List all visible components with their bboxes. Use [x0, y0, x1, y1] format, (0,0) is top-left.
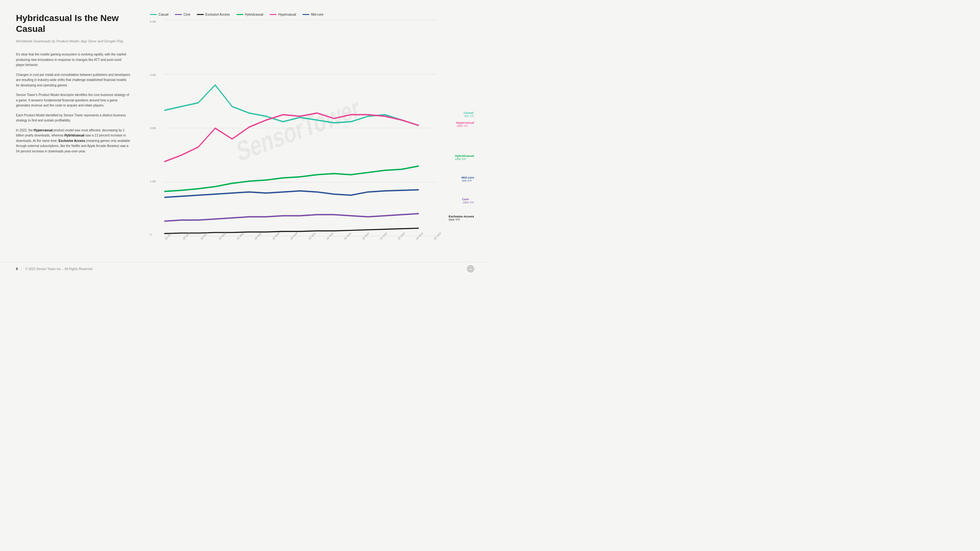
legend-hybridcasual: Hybridcasual — [236, 13, 264, 16]
y-label-15b: 1.5B — [150, 180, 156, 183]
line-exclusive-access — [164, 228, 419, 234]
legend-exclusive-access: Exclusive Access — [197, 13, 230, 16]
x-label-q4-2022: Q4 2022 — [433, 236, 437, 240]
legend-line-midcore — [302, 14, 309, 15]
y-axis: 0 1.5B 3.0B 4.5B 6.0B — [150, 20, 156, 236]
footer-divider: | — [21, 267, 22, 271]
footer-copyright: © 2023 Sensor Tower Inc. - All Rights Re… — [25, 267, 92, 271]
right-label-hybridcasual-name: Hybridcasual — [455, 154, 474, 157]
x-label-q2-2022: Q2 2022 — [397, 236, 401, 240]
line-casual — [164, 85, 419, 125]
x-label-q2-2019: Q2 2019 — [182, 236, 186, 240]
right-label-hypercasual-pct: -18% Y/Y — [456, 124, 474, 127]
page-number: 6 — [16, 267, 18, 271]
legend-label-hypercasual: Hypercasual — [278, 13, 296, 16]
legend-line-exclusive-access — [197, 14, 204, 15]
right-label-casual-name: Casual — [463, 111, 474, 114]
sensor-tower-logo — [467, 265, 474, 272]
y-label-45b: 4.5B — [150, 73, 156, 76]
svg-text:SensorTower: SensorTower — [234, 92, 362, 167]
body-paragraph-3: Sensor Tower's Product Model descriptor … — [16, 92, 131, 108]
legend-line-hybridcasual — [236, 14, 243, 15]
left-panel: Hybridcasual Is the New Casual Worldwide… — [16, 13, 137, 256]
legend-core: Core — [175, 13, 191, 16]
right-label-exclusive-access: Exclusive Access 54% Y/Y — [449, 214, 474, 221]
legend-hypercasual: Hypercasual — [270, 13, 296, 16]
y-label-0: 0 — [150, 233, 156, 236]
right-label-core-pct: -15% Y/Y — [462, 201, 474, 204]
x-label-q3-2019: Q3 2019 — [200, 236, 204, 240]
legend-label-midcore: Mid-core — [311, 13, 323, 16]
x-label-q1-2021: Q1 2021 — [308, 236, 312, 240]
y-label-30b: 3.0B — [150, 127, 156, 130]
footer: 6 | © 2023 Sensor Tower Inc. - All Right… — [0, 262, 490, 275]
legend-line-core — [175, 14, 182, 15]
x-label-q4-2021: Q4 2021 — [361, 236, 365, 240]
right-labels: Casual -5% Y/Y Hypercasual -18% Y/Y Hybr… — [438, 20, 474, 236]
line-core — [164, 214, 419, 221]
right-label-hypercasual-name: Hypercasual — [456, 121, 474, 124]
x-label-q3-2021: Q3 2021 — [344, 236, 347, 240]
legend-label-exclusive-access: Exclusive Access — [205, 13, 230, 16]
legend-label-casual: Casual — [159, 13, 169, 16]
right-label-exclusive-access-name: Exclusive Access — [449, 214, 474, 218]
x-label-q1-2022: Q1 2022 — [379, 236, 383, 240]
x-label-q3-2020: Q3 2020 — [272, 236, 275, 240]
x-label-q1-2019: Q1 2019 — [164, 236, 168, 240]
right-label-hypercasual: Hypercasual -18% Y/Y — [456, 115, 474, 127]
page-title: Hybridcasual Is the New Casual — [16, 13, 131, 34]
line-hybridcasual — [164, 166, 419, 192]
x-label-q4-2019: Q4 2019 — [218, 236, 222, 240]
x-label-q2-2020: Q2 2020 — [254, 236, 258, 240]
right-panel: Casual Core Exclusive Access Hybridcasua… — [150, 13, 474, 256]
x-axis: Q1 2019 Q2 2019 Q3 2019 Q4 2019 Q1 2020 … — [164, 236, 436, 256]
legend-line-hypercasual — [270, 14, 277, 15]
right-label-core: Core -15% Y/Y — [462, 197, 474, 204]
y-label-60b: 6.0B — [150, 20, 156, 23]
right-label-midcore-pct: -5% Y/Y — [461, 179, 474, 183]
chart-subtitle: Worldwide Downloads by Product Model, Ap… — [16, 39, 131, 43]
chart-svg: SensorTower — [164, 20, 436, 236]
body-paragraph-1: It's clear that the mobile gaming ecosys… — [16, 52, 131, 68]
legend-casual: Casual — [150, 13, 169, 16]
x-label-q1-2020: Q1 2020 — [236, 236, 240, 240]
line-midcore — [164, 190, 419, 197]
right-label-midcore-name: Mid-core — [461, 176, 474, 179]
body-paragraph-4: Each Product Model identified by Sensor … — [16, 113, 131, 124]
x-label-q3-2022: Q3 2022 — [415, 236, 419, 240]
legend-label-hybridcasual: Hybridcasual — [245, 13, 264, 16]
right-label-core-name: Core — [462, 197, 474, 201]
legend-midcore: Mid-core — [302, 13, 323, 16]
legend-line-casual — [150, 14, 157, 15]
legend-label-core: Core — [183, 13, 191, 16]
right-label-exclusive-access-pct: 54% Y/Y — [449, 218, 474, 221]
right-label-midcore: Mid-core -5% Y/Y — [461, 176, 474, 183]
x-label-q4-2020: Q4 2020 — [290, 236, 293, 240]
body-paragraph-5: In 2022, the Hypercasual product model w… — [16, 128, 131, 154]
chart-container: 0 1.5B 3.0B 4.5B 6.0B SensorTower — [150, 20, 474, 256]
right-label-hybridcasual: Hybridcasual 13% Y/Y — [455, 154, 474, 161]
chart-legend: Casual Core Exclusive Access Hybridcasua… — [150, 13, 474, 16]
right-label-hybridcasual-pct: 13% Y/Y — [455, 157, 474, 161]
body-paragraph-2: Changes in cost per install and consolid… — [16, 72, 131, 88]
x-label-q2-2021: Q2 2021 — [326, 236, 329, 240]
